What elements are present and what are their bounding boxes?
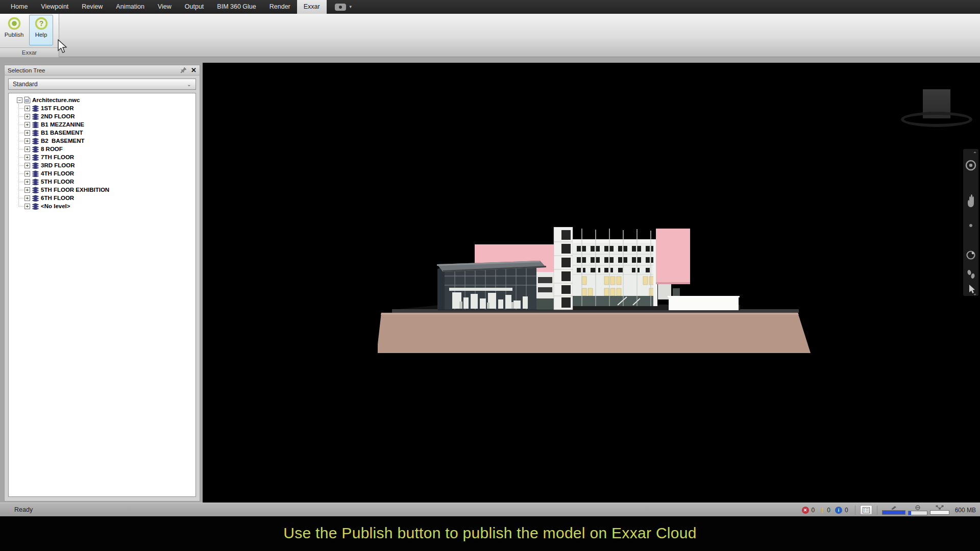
expand-icon[interactable]: + [24, 204, 30, 209]
menu-tab-label: Render [270, 3, 290, 10]
download-progress-bar [930, 510, 949, 515]
layer-icon [32, 162, 39, 169]
tree-item-label: B1 MEZZANINE [41, 121, 84, 128]
ribbon-group-label: Exxar [0, 47, 59, 57]
expand-icon[interactable]: + [24, 138, 30, 144]
menu-tab-label: View [158, 3, 172, 10]
tree-items: + 1ST FLOOR + [10, 104, 194, 210]
chevron-down-icon: ▼ [349, 5, 353, 9]
screencast-control[interactable]: ▼ [335, 4, 353, 11]
tree-item-row[interactable]: + <No level> [19, 202, 194, 210]
tree-item-row[interactable]: + 3RD FLOOR [19, 161, 194, 169]
cache-meter [908, 505, 927, 515]
warning-icon: ! [819, 506, 824, 514]
memory-usage: 600 MB [955, 507, 976, 514]
menu-tab[interactable]: Review [75, 0, 109, 14]
viewport-3d[interactable] [203, 63, 980, 503]
menu-tabs: Home Viewpoint Review Animation View Out… [4, 0, 327, 14]
tree-item-row[interactable]: + B2 BASEMENT [19, 137, 194, 145]
tree-item-label: B1 BASEMENT [41, 130, 83, 136]
navbar-more-icon[interactable] [973, 294, 976, 295]
menu-tab[interactable]: BIM 360 Glue [210, 0, 262, 14]
orbit-icon[interactable] [967, 252, 975, 259]
expand-icon[interactable]: + [24, 106, 30, 111]
layer-icon [32, 113, 39, 120]
menu-tab-label: BIM 360 Glue [217, 3, 256, 10]
expand-icon[interactable]: + [24, 130, 30, 136]
ribbon-group-exxar: Publish ? Help Exxar [0, 14, 59, 57]
walk-icon[interactable] [967, 269, 975, 279]
expand-icon[interactable]: + [24, 187, 30, 193]
select-cursor-icon[interactable] [969, 285, 975, 293]
building-model[interactable] [378, 227, 812, 357]
layer-icon [32, 138, 39, 144]
tree-item-row[interactable]: + B1 MEZZANINE [19, 120, 194, 129]
pin-icon[interactable] [180, 67, 187, 73]
statusbar: Ready ✕ 0 ! 0 i 0 [0, 503, 980, 516]
selection-tree-titlebar[interactable]: Selection Tree ✕ [5, 65, 200, 76]
caption-bar: Use the Publish button to publish the mo… [0, 516, 980, 551]
error-count: 0 [812, 507, 815, 514]
status-ready-text: Ready [14, 506, 33, 513]
layer-icon [32, 187, 39, 193]
expand-icon[interactable]: + [24, 114, 30, 119]
menu-tab[interactable]: Exxar [297, 0, 327, 14]
selection-tree-panel: Selection Tree ✕ Standard ⌄ − [4, 65, 200, 502]
mouse-cursor [57, 39, 68, 55]
navbar-collapse-icon[interactable] [973, 152, 976, 153]
tree-item-row[interactable]: + 2ND FLOOR [19, 112, 194, 120]
menu-tab-label: Home [11, 3, 28, 10]
menu-tab[interactable]: Home [4, 0, 34, 14]
expand-icon[interactable]: + [24, 171, 30, 177]
menu-tab[interactable]: View [151, 0, 178, 14]
tree-item-row[interactable]: + 1ST FLOOR [19, 104, 194, 112]
tree-item-row[interactable]: + 7TH FLOOR [19, 153, 194, 161]
menu-tab[interactable]: Output [178, 0, 211, 14]
tree-mode-dropdown[interactable]: Standard ⌄ [8, 79, 196, 90]
layer-icon [32, 170, 39, 177]
workspace: Selection Tree ✕ Standard ⌄ − [0, 57, 980, 503]
tree-item-label: 4TH FLOOR [41, 170, 74, 177]
menu-tab[interactable]: Viewpoint [34, 0, 75, 14]
tree-item-label: 5TH FLOOR [41, 179, 74, 185]
list-icon [863, 507, 870, 513]
tree-item-label: 6TH FLOOR [41, 195, 74, 201]
steering-wheel-icon[interactable] [966, 161, 975, 170]
publish-button[interactable]: Publish [2, 15, 26, 45]
menu-tab-label: Exxar [304, 3, 320, 10]
tree-item-row[interactable]: + 6TH FLOOR [19, 194, 194, 202]
expand-icon[interactable]: + [24, 195, 30, 201]
report-list-button[interactable] [860, 505, 872, 515]
menubar: Home Viewpoint Review Animation View Out… [0, 0, 980, 14]
tree-root-row[interactable]: − Architecture.nwc [10, 96, 194, 104]
tree-item-row[interactable]: + 5TH FLOOR [19, 178, 194, 186]
expand-icon[interactable]: + [24, 179, 30, 185]
menu-tab[interactable]: Render [263, 0, 297, 14]
layer-icon [32, 203, 39, 210]
expand-icon[interactable]: + [24, 163, 30, 168]
caption-text: Use the Publish button to publish the mo… [0, 516, 980, 550]
expand-icon[interactable]: + [24, 146, 30, 152]
pan-hand-icon[interactable] [968, 194, 974, 207]
menu-tab-label: Review [82, 3, 103, 10]
viewcube-compass-ring[interactable] [901, 112, 972, 127]
menu-tab-label: Animation [116, 3, 144, 10]
help-button[interactable]: ? Help [29, 15, 53, 45]
navigation-bar [963, 149, 978, 296]
error-icon: ✕ [802, 507, 809, 514]
tree-item-label: 1ST FLOOR [41, 105, 74, 111]
tree-item-row[interactable]: + 8 ROOF [19, 145, 194, 153]
close-icon[interactable]: ✕ [191, 67, 197, 73]
tree-item-row[interactable]: + 4TH FLOOR [19, 169, 194, 178]
tree-connector-line [18, 104, 19, 207]
expand-icon[interactable]: + [24, 122, 30, 128]
layer-icon [32, 195, 39, 202]
tree-item-row[interactable]: + 5TH FLOOR EXHIBITION [19, 186, 194, 194]
menu-tab[interactable]: Animation [109, 0, 151, 14]
collapse-icon[interactable]: − [17, 97, 22, 103]
zoom-dot-icon[interactable] [969, 224, 972, 227]
tree-item-row[interactable]: + B1 BASEMENT [19, 129, 194, 137]
expand-icon[interactable]: + [24, 155, 30, 160]
tree-root-label: Architecture.nwc [32, 97, 80, 103]
network-icon [936, 505, 944, 510]
